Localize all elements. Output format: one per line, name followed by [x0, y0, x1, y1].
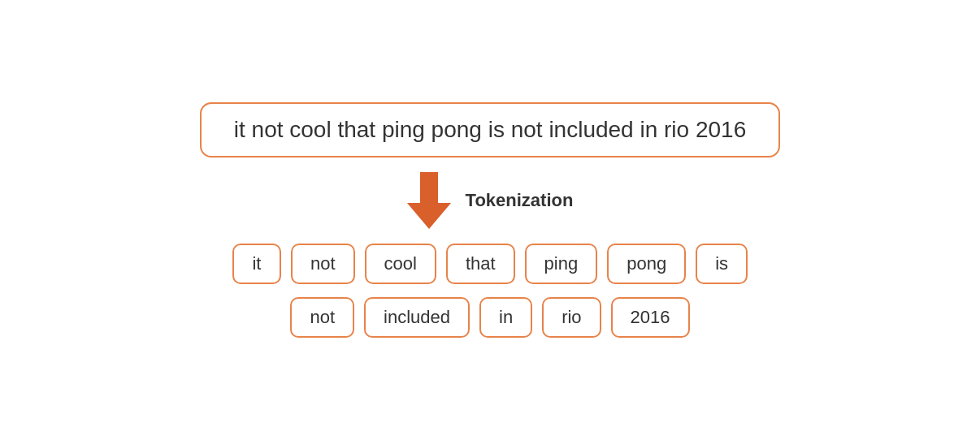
token: pong	[607, 244, 686, 284]
token: is	[696, 244, 748, 284]
down-arrow-icon	[407, 172, 451, 229]
token: that	[446, 244, 515, 284]
token: ping	[525, 244, 598, 284]
tokenization-label: Tokenization	[466, 190, 574, 211]
token: rio	[542, 297, 601, 338]
token: cool	[365, 244, 436, 284]
svg-rect-0	[420, 172, 438, 205]
token: 2016	[611, 297, 690, 338]
token: included	[364, 297, 470, 338]
token: not	[291, 244, 355, 284]
tokens-row-2: notincludedinrio2016	[290, 297, 689, 338]
token: not	[290, 297, 354, 338]
sentence-text: it not cool that ping pong is not includ…	[234, 117, 746, 142]
svg-marker-1	[407, 203, 451, 229]
token: in	[479, 297, 532, 338]
sentence-box: it not cool that ping pong is not includ…	[200, 102, 780, 157]
main-container: it not cool that ping pong is not includ…	[43, 102, 937, 338]
arrow-row: Tokenization	[407, 172, 574, 229]
tokens-row-1: itnotcoolthatpingpongis	[232, 244, 748, 284]
token: it	[232, 244, 281, 284]
